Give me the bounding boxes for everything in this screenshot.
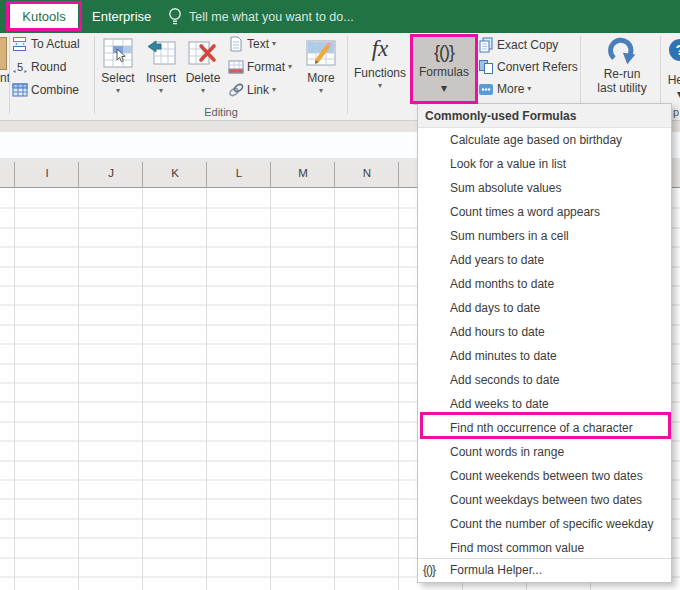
- exact-copy-icon: [478, 37, 494, 53]
- insert-button[interactable]: Insert ▾: [140, 35, 182, 115]
- chevron-down-icon: ▾: [140, 86, 182, 95]
- menu-item[interactable]: Add minutes to date: [418, 344, 671, 368]
- menu-item[interactable]: Add months to date: [418, 272, 671, 296]
- convert-refers-icon: [478, 59, 494, 75]
- column-header[interactable]: J: [79, 167, 143, 179]
- chevron-down-icon: ▾: [272, 86, 276, 94]
- menu-item[interactable]: Count weekdays between two dates: [418, 488, 671, 512]
- menu-item[interactable]: Find most common value: [418, 536, 671, 560]
- formulas-button[interactable]: {()} Formulas ▾: [413, 37, 475, 105]
- chevron-down-icon: ▾: [288, 63, 292, 71]
- group-separator: [347, 36, 348, 114]
- formula-helper-braces-icon: {()}: [423, 559, 435, 582]
- fx-icon: fx: [350, 36, 410, 62]
- chevron-down-icon: ▾: [300, 86, 342, 95]
- svg-text:5: 5: [17, 61, 23, 73]
- menu-item[interactable]: Add hours to date: [418, 320, 671, 344]
- round-icon: 5: [12, 59, 28, 75]
- chevron-down-icon: ▾: [97, 86, 139, 95]
- column-header[interactable]: L: [207, 167, 271, 179]
- exact-copy-button[interactable]: Exact Copy: [478, 35, 558, 55]
- formulas-dropdown-menu: Commonly-used Formulas Calculate age bas…: [417, 103, 672, 583]
- more-editing-button[interactable]: More ▾: [300, 35, 342, 115]
- format-icon: [228, 59, 244, 75]
- more-pencil-icon: [300, 38, 342, 68]
- menu-item[interactable]: Count weekends between two dates: [418, 464, 671, 488]
- menu-header-commonly-used-formulas[interactable]: Commonly-used Formulas: [418, 104, 671, 128]
- menu-item[interactable]: Add weeks to date: [418, 392, 671, 416]
- menu-item[interactable]: Add days to date: [418, 296, 671, 320]
- menu-item[interactable]: Count times a word appears: [418, 200, 671, 224]
- excel-window: Kutools Enterprise Tell me what you want…: [0, 0, 680, 590]
- chevron-down-icon: ▾: [350, 81, 410, 90]
- functions-button[interactable]: fx Functions ▾: [350, 35, 410, 115]
- menu-item[interactable]: Count words in range: [418, 440, 671, 464]
- select-icon: [97, 38, 139, 68]
- chevron-down-icon: ▾: [660, 87, 680, 101]
- menu-item[interactable]: Look for a value in list: [418, 152, 671, 176]
- lightbulb-icon: [168, 7, 182, 26]
- select-button[interactable]: Select ▾: [97, 35, 139, 115]
- menu-item[interactable]: Count the number of specific weekday: [418, 512, 671, 536]
- menu-item[interactable]: Add years to date: [418, 248, 671, 272]
- link-icon: [228, 82, 244, 98]
- partial-group-label: p: [673, 106, 680, 118]
- text-button[interactable]: Text ▾: [228, 34, 276, 54]
- combine-button[interactable]: Combine: [12, 80, 79, 100]
- to-actual-button[interactable]: To Actual: [12, 34, 80, 54]
- more-dots-icon: [478, 81, 494, 97]
- group-separator: [9, 36, 10, 114]
- tellme-box[interactable]: Tell me what you want to do...: [189, 10, 354, 24]
- chevron-down-icon: ▾: [527, 85, 531, 93]
- delete-button[interactable]: Delete ▾: [182, 35, 224, 115]
- combine-icon: [12, 82, 28, 98]
- tab-enterprise[interactable]: Enterprise: [84, 0, 159, 33]
- delete-icon: [182, 38, 224, 68]
- column-header[interactable]: M: [271, 167, 335, 179]
- ribbon-tab-bar: Kutools Enterprise Tell me what you want…: [0, 0, 680, 33]
- column-header[interactable]: K: [143, 167, 207, 179]
- menu-item-find-nth-occurrence[interactable]: Find nth occurrence of a character: [418, 416, 671, 440]
- tab-kutools[interactable]: Kutools: [10, 3, 78, 30]
- help-icon: ?: [669, 39, 680, 61]
- column-header[interactable]: I: [15, 167, 79, 179]
- menu-item[interactable]: Sum absolute values: [418, 176, 671, 200]
- editing-group-label: Editing: [96, 106, 346, 118]
- chevron-down-icon: ▾: [272, 40, 276, 48]
- format-button[interactable]: Format ▾: [228, 57, 292, 77]
- rerun-arrow-icon: [606, 43, 638, 57]
- insert-icon: [140, 38, 182, 68]
- menu-item[interactable]: Sum numbers in a cell: [418, 224, 671, 248]
- partial-left-button-icon[interactable]: [0, 37, 7, 70]
- menu-item[interactable]: Add seconds to date: [418, 368, 671, 392]
- chevron-down-icon: ▾: [413, 81, 475, 95]
- to-actual-icon: [12, 36, 28, 52]
- menu-item[interactable]: Calculate age based on birthday: [418, 128, 671, 152]
- more-dropdown-button[interactable]: More ▾: [478, 79, 531, 99]
- convert-refers-button[interactable]: Convert Refers: [478, 57, 578, 77]
- column-header[interactable]: N: [335, 167, 399, 179]
- chevron-down-icon: ▾: [182, 86, 224, 95]
- link-button[interactable]: Link ▾: [228, 80, 276, 100]
- formulas-braces-icon: {()}: [413, 42, 475, 63]
- group-separator: [94, 36, 95, 114]
- menu-item-formula-helper[interactable]: {()} Formula Helper...: [418, 558, 671, 582]
- round-button[interactable]: 5 Round: [12, 57, 66, 77]
- text-icon: [228, 36, 244, 52]
